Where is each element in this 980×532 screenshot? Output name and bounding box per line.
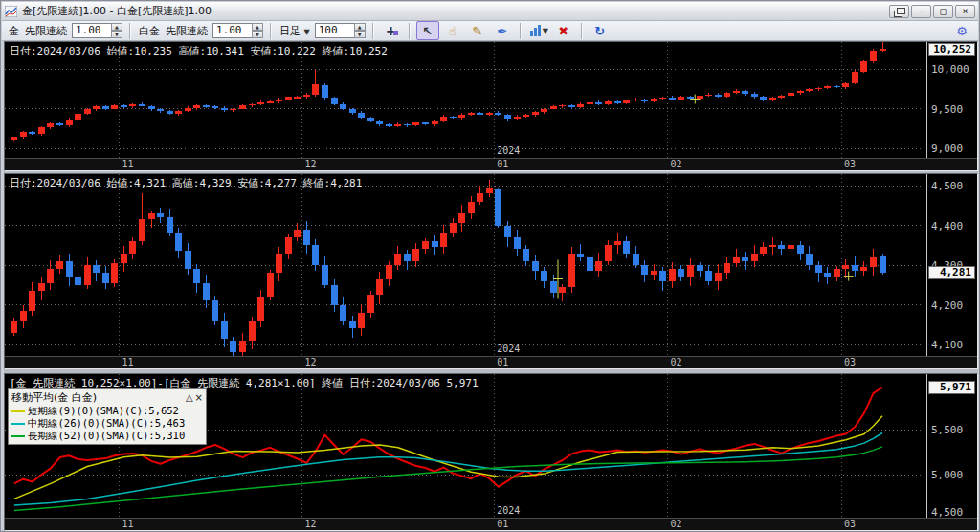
platinum-price-axis: 4,5004,4004,3004,2004,1004,281 <box>926 174 977 356</box>
y-axis-tick: 4,200 <box>931 299 963 311</box>
legend-row-short: 短期線(9)(0)(SMA)(C):5,652 <box>11 405 203 417</box>
spread-price-axis: 5,5005,0004,5005,971 <box>926 374 977 518</box>
chart-window: 金[先限連続]1.00 - 白金[先限連続]1.00 − □ × 金 先限連続 … <box>0 0 980 532</box>
crosshair-tool-icon[interactable]: + <box>380 21 403 40</box>
separator <box>129 23 131 39</box>
instrument1-label: 金 <box>9 24 19 38</box>
instrument2-label: 白金 <box>139 24 160 38</box>
legend-collapse-icon[interactable]: △ <box>186 393 193 403</box>
separator <box>520 23 522 39</box>
instrument1-ratio-value[interactable]: 1.00 <box>72 23 111 38</box>
bar-count-spinner[interactable]: 100 ▲▼ <box>315 23 366 38</box>
x-axis-month-label: 02 <box>671 357 682 367</box>
current-price-box: 4,281 <box>928 266 975 279</box>
y-axis-tick: 9,500 <box>931 102 963 115</box>
instrument2-ratio-value[interactable]: 1.00 <box>212 23 252 38</box>
x-axis-month-label: 12 <box>305 519 317 529</box>
x-axis-month-label: 01 <box>497 357 508 367</box>
pan-hand-tool-icon[interactable]: ☝ <box>441 21 464 40</box>
bar-count-value[interactable]: 100 <box>315 23 354 38</box>
sma-long-swatch <box>11 435 25 437</box>
platinum-candlestick-plot[interactable]: 2024 <box>5 174 927 356</box>
x-axis-month-label: 12 <box>305 357 317 367</box>
gold-candlestick-plot[interactable]: 2024 <box>5 42 927 158</box>
sma-mid-swatch <box>11 423 25 425</box>
current-price-box: 10,252 <box>928 43 975 56</box>
y-axis-tick: 5,000 <box>931 469 963 481</box>
y-axis-tick: 9,000 <box>931 143 963 155</box>
x-axis-month-label: 11 <box>122 159 134 169</box>
delete-drawing-icon[interactable]: ✖ <box>552 21 575 40</box>
y-axis-tick: 4,400 <box>931 219 963 232</box>
svg-text:2024: 2024 <box>497 505 520 516</box>
platinum-chart-panel: 2024 日付:2024/03/06 始値:4,321 高値:4,329 安値:… <box>4 173 978 369</box>
refresh-icon[interactable]: ↻ <box>589 21 612 40</box>
spread-chart-panel: 2024 [金 先限連続 10,252×1.00]-[白金 先限連続 4,281… <box>4 373 978 531</box>
close-button[interactable]: × <box>955 5 975 18</box>
instrument2-series-label: 先限連続 <box>166 24 208 38</box>
x-axis-month-label: 11 <box>122 519 134 529</box>
gold-time-axis: 1112010203 <box>5 158 977 170</box>
legend-row-long: 長期線(52)(0)(SMA)(C):5,310 <box>11 430 203 442</box>
app-chart-icon <box>5 6 17 17</box>
x-axis-month-label: 12 <box>305 159 317 169</box>
restore-window-button[interactable] <box>889 5 909 18</box>
separator <box>372 23 374 39</box>
title-bar: 金[先限連続]1.00 - 白金[先限連続]1.00 − □ × <box>2 2 978 21</box>
x-axis-month-label: 03 <box>844 519 856 529</box>
spread-time-axis: 1112010203 <box>5 518 977 530</box>
separator <box>409 23 411 39</box>
x-axis-month-label: 02 <box>671 519 682 529</box>
brush-tool-icon[interactable]: ✒ <box>491 21 514 40</box>
sma-short-swatch <box>11 410 25 412</box>
y-axis-tick: 10,000 <box>931 63 969 76</box>
period-select[interactable]: 日足 ▼ <box>279 24 310 38</box>
spinner-arrows[interactable]: ▲▼ <box>252 23 263 38</box>
instrument1-ratio-spinner[interactable]: 1.00 ▲▼ <box>72 23 122 38</box>
minimize-button[interactable]: − <box>911 5 931 18</box>
x-axis-month-label: 01 <box>497 519 508 529</box>
y-axis-tick: 4,500 <box>931 506 963 519</box>
y-axis-tick: 4,500 <box>931 180 963 192</box>
chart-area: 2024 日付:2024/03/06 始値:10,235 高値:10,341 安… <box>4 41 978 531</box>
instrument1-series-label: 先限連続 <box>25 24 67 38</box>
cursor-tool-icon[interactable]: ↖ <box>416 21 439 40</box>
pencil-tool-icon[interactable]: ✎ <box>466 21 489 40</box>
legend-title: 移動平均(金 白金) <box>11 390 184 405</box>
svg-text:2024: 2024 <box>497 145 520 156</box>
spinner-arrows[interactable]: ▲▼ <box>354 23 366 38</box>
y-axis-tick: 5,500 <box>931 424 963 436</box>
x-axis-month-label: 03 <box>844 357 856 367</box>
window-title: 金[先限連続]1.00 - 白金[先限連続]1.00 <box>22 4 887 18</box>
gold-price-axis: 10,0009,5009,00010,252 <box>926 42 977 158</box>
maximize-button[interactable]: □ <box>933 5 953 18</box>
instrument2-ratio-spinner[interactable]: 1.00 ▲▼ <box>212 23 263 38</box>
spinner-arrows[interactable]: ▲▼ <box>111 23 122 38</box>
separator <box>270 23 272 39</box>
chevron-down-icon[interactable]: ▼ <box>543 27 548 35</box>
platinum-time-axis: 1112010203 <box>5 356 977 368</box>
legend-close-icon[interactable]: × <box>195 393 203 403</box>
settings-wrench-icon[interactable]: ⚙ <box>950 21 973 40</box>
svg-text:2024: 2024 <box>497 344 520 354</box>
y-axis-tick: 4,100 <box>931 339 963 351</box>
gold-ohlc-info: 日付:2024/03/06 始値:10,235 高値:10,341 安値:10,… <box>10 44 388 58</box>
platinum-ohlc-info: 日付:2024/03/06 始値:4,321 高値:4,329 安値:4,277… <box>10 176 362 190</box>
legend-row-mid: 中期線(26)(0)(SMA)(C):5,463 <box>11 417 203 430</box>
bar-chart-icon <box>529 25 542 36</box>
chart-type-icon[interactable]: ▼ <box>527 21 550 40</box>
current-price-box: 5,971 <box>928 381 975 394</box>
toolbar: 金 先限連続 1.00 ▲▼ 白金 先限連続 1.00 ▲▼ 日足 ▼ 100 … <box>2 21 978 41</box>
moving-average-legend: 移動平均(金 白金) △ × 短期線(9)(0)(SMA)(C):5,652 中… <box>8 388 207 445</box>
chevron-down-icon[interactable]: ▼ <box>301 28 310 36</box>
separator <box>581 23 583 39</box>
x-axis-month-label: 02 <box>671 159 682 169</box>
x-axis-month-label: 01 <box>497 159 508 169</box>
x-axis-month-label: 11 <box>122 357 134 367</box>
x-axis-month-label: 03 <box>844 159 856 169</box>
gold-chart-panel: 2024 日付:2024/03/06 始値:10,235 高値:10,341 安… <box>4 41 978 171</box>
